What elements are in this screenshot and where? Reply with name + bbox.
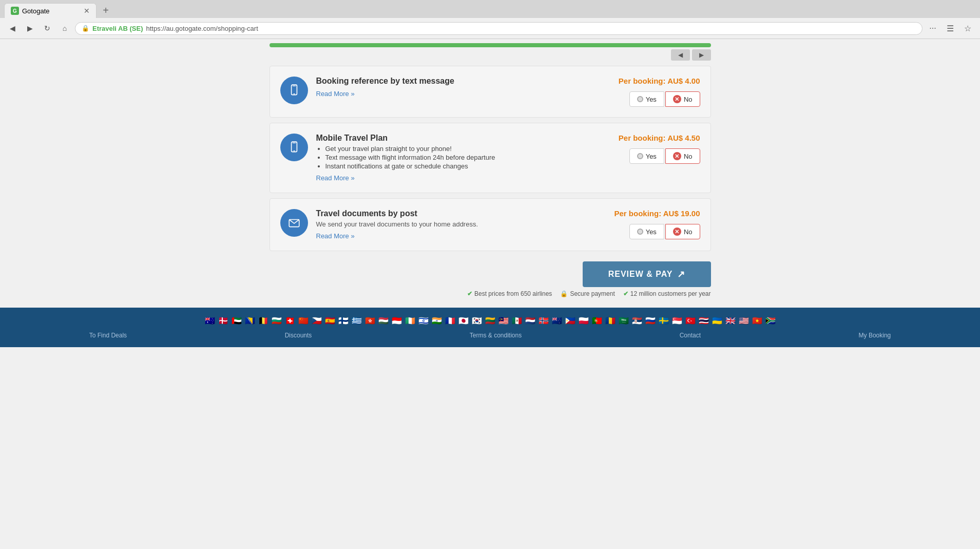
flag-gr: 🇬🇷 (351, 317, 362, 325)
addon-right-travel-docs: Per booking: AU$ 19.00 Yes ✕ No (598, 209, 700, 239)
addon-title-mobile: Mobile Travel Plan (316, 134, 589, 143)
x-icon-no-docs: ✕ (673, 228, 681, 236)
addon-icon-phone-2 (280, 134, 308, 161)
svg-rect-4 (291, 142, 297, 152)
bullet-1: Get your travel plan straight to your ph… (325, 145, 589, 153)
new-tab-button[interactable]: + (99, 4, 113, 18)
flag-il: 🇮🇱 (418, 317, 429, 325)
flag-se: 🇸🇪 (658, 317, 669, 325)
yes-button-booking[interactable]: Yes (629, 91, 664, 107)
footer-link-contact[interactable]: Contact (680, 332, 701, 339)
yes-button-docs[interactable]: Yes (629, 224, 664, 239)
bullet-3: Instant notifications at gate or schedul… (325, 162, 589, 170)
cursor-icon: ↗ (677, 269, 685, 280)
addon-card-travel-docs: Travel documents by post We send your tr… (270, 198, 711, 251)
addon-card-mobile-travel: Mobile Travel Plan Get your travel plan … (270, 123, 711, 193)
browser-chrome: G Gotogate ✕ + ◀ ▶ ↻ ⌂ 🔒 Etraveli AB (SE… (0, 0, 980, 39)
flag-my: 🇲🇾 (498, 317, 509, 325)
flag-in: 🇮🇳 (431, 317, 443, 325)
back-button[interactable]: ◀ (5, 21, 20, 35)
footer-link-mybooking[interactable]: My Booking (859, 332, 891, 339)
flag-gb: 🇬🇧 (725, 317, 736, 325)
no-button-mobile[interactable]: ✕ No (665, 148, 700, 164)
svg-rect-1 (292, 86, 296, 86)
flag-us: 🇺🇸 (738, 317, 750, 325)
no-button-booking[interactable]: ✕ No (665, 91, 700, 107)
trust-airlines-text: Best prices from 650 airlines (474, 290, 552, 297)
footer: 🇦🇺 🇩🇰 🇦🇪 🇧🇦 🇧🇪 🇧🇬 🇨🇭 🇨🇳 🇨🇿 🇪🇸 🇫🇮 🇬🇷 🇭🇰 🇭… (0, 308, 980, 347)
addon-right-booking-reference: Per booking: AU$ 4.00 Yes ✕ No (598, 77, 700, 107)
flag-nl: 🇳🇱 (525, 317, 536, 325)
flag-tr: 🇹🇷 (685, 317, 696, 325)
flag-be: 🇧🇪 (258, 317, 269, 325)
flag-kr: 🇰🇷 (471, 317, 483, 325)
addon-body-booking-reference: Booking reference by text message Read M… (316, 77, 589, 98)
more-options-button[interactable]: ··· (926, 21, 940, 35)
no-button-docs[interactable]: ✕ No (665, 224, 700, 239)
flag-mx: 🇲🇽 (511, 317, 523, 325)
address-bar[interactable]: 🔒 Etraveli AB (SE) https://au.gotogate.c… (75, 22, 923, 35)
footer-link-terms[interactable]: Terms & conditions (470, 332, 522, 339)
flag-ch: 🇨🇭 (284, 317, 296, 325)
toggle-group-booking: Yes ✕ No (629, 91, 700, 107)
flag-ie: 🇮🇪 (405, 317, 416, 325)
review-pay-label: REVIEW & PAY (608, 270, 673, 279)
svg-rect-6 (293, 150, 295, 152)
footer-flags: 🇦🇺 🇩🇰 🇦🇪 🇧🇦 🇧🇪 🇧🇬 🇨🇭 🇨🇳 🇨🇿 🇪🇸 🇫🇮 🇬🇷 🇭🇰 🇭… (0, 314, 980, 328)
flag-bg: 🇧🇬 (271, 317, 282, 325)
footer-link-discounts[interactable]: Discounts (285, 332, 312, 339)
yes-label-docs: Yes (646, 228, 657, 236)
review-pay-button[interactable]: REVIEW & PAY ↗ (583, 261, 711, 287)
next-step-button[interactable]: ▶ (692, 49, 711, 61)
toggle-group-docs: Yes ✕ No (629, 224, 700, 239)
site-name: Etraveli AB (SE) (92, 25, 143, 32)
flag-ae: 🇦🇪 (231, 317, 242, 325)
read-more-link-docs[interactable]: Read More » (316, 232, 355, 240)
addon-icon-mail (280, 209, 308, 237)
tab-close-button[interactable]: ✕ (84, 7, 90, 15)
home-button[interactable]: ⌂ (57, 21, 72, 35)
price-label-docs: Per booking: AU$ 19.00 (614, 209, 700, 218)
tab-bar: G Gotogate ✕ + (0, 0, 980, 18)
no-label-mobile: No (684, 153, 693, 160)
tab-favicon: G (11, 7, 19, 15)
svg-rect-5 (292, 143, 296, 143)
addon-title-docs: Travel documents by post (316, 209, 589, 218)
flag-za: 🇿🇦 (765, 317, 776, 325)
flag-no: 🇳🇴 (538, 317, 549, 325)
security-lock-icon: 🔒 (82, 25, 89, 32)
read-more-link-booking[interactable]: Read More » (316, 90, 355, 98)
progress-buttons: ◀ ▶ (671, 49, 711, 61)
flag-au: 🇦🇺 (204, 317, 216, 325)
flag-dk: 🇩🇰 (218, 317, 229, 325)
flag-pt: 🇵🇹 (591, 317, 603, 325)
read-more-link-mobile[interactable]: Read More » (316, 174, 355, 182)
bookmark-button[interactable]: ☆ (960, 21, 975, 35)
prev-step-button[interactable]: ◀ (671, 49, 690, 61)
price-value-mobile: AU$ 4.50 (667, 134, 700, 142)
price-value-docs: AU$ 19.00 (663, 209, 700, 218)
forward-button[interactable]: ▶ (23, 21, 37, 35)
price-label-mobile: Per booking: AU$ 4.50 (619, 134, 700, 142)
tab-title: Gotogate (22, 7, 81, 15)
flag-sa: 🇸🇦 (618, 317, 629, 325)
addon-bullets-mobile: Get your travel plan straight to your ph… (316, 145, 589, 170)
flag-ru: 🇷🇺 (645, 317, 656, 325)
addon-body-travel-docs: Travel documents by post We send your tr… (316, 209, 589, 240)
reload-button[interactable]: ↻ (40, 21, 54, 35)
reader-view-button[interactable]: ☰ (943, 21, 957, 35)
flag-cn: 🇨🇳 (298, 317, 309, 325)
flag-rs: 🇷🇸 (631, 317, 643, 325)
yes-label: Yes (646, 96, 657, 103)
active-tab[interactable]: G Gotogate ✕ (4, 3, 97, 18)
progress-bar-green (270, 43, 711, 47)
addon-right-mobile-travel: Per booking: AU$ 4.50 Yes ✕ No (598, 134, 700, 164)
no-label-docs: No (684, 228, 693, 236)
addon-title: Booking reference by text message (316, 77, 589, 86)
yes-button-mobile[interactable]: Yes (629, 148, 664, 164)
nav-actions: ··· ☰ ☆ (926, 21, 975, 35)
flag-ro: 🇷🇴 (605, 317, 616, 325)
footer-link-deals[interactable]: To Find Deals (89, 332, 127, 339)
trust-customers-text: 12 million customers per year (630, 290, 711, 297)
trust-secure-text: Secure payment (570, 290, 614, 297)
